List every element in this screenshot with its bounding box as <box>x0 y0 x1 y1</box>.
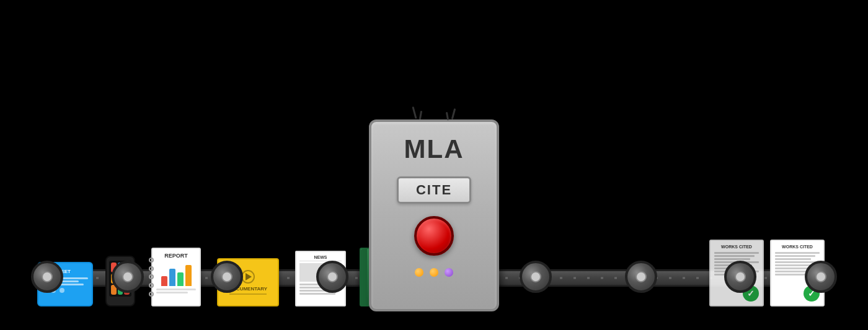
documentary-line <box>229 293 267 295</box>
wc-line-1 <box>714 252 759 254</box>
book-spine <box>361 249 367 305</box>
wheel-right-1 <box>805 261 837 293</box>
light-orange-2 <box>430 268 438 277</box>
wheel-right-2 <box>724 261 756 293</box>
documentary-play-button <box>241 270 255 284</box>
mla-label: MLA <box>404 134 464 164</box>
cite-button-label: CITE <box>416 182 452 198</box>
wc2-line-2 <box>775 255 815 257</box>
report-line-1 <box>156 289 196 290</box>
bar-1 <box>161 276 167 286</box>
spiral-binding <box>149 254 154 300</box>
wc-line-3 <box>714 258 750 260</box>
spark-top-right-2 <box>446 112 449 120</box>
spiral-ring-3 <box>149 274 154 279</box>
mla-machine: MLA CITE <box>369 119 499 311</box>
light-purple <box>445 268 453 277</box>
report-lines <box>156 289 196 293</box>
bar-3 <box>177 272 184 286</box>
wheel-left-4 <box>316 261 348 293</box>
works-cited-1-title: WORKS CITED <box>714 245 759 249</box>
spiral-ring-1 <box>149 258 154 263</box>
wheel-left-3 <box>211 261 243 293</box>
spiral-ring-4 <box>149 283 154 288</box>
wheel-right-4 <box>520 261 552 293</box>
report-title: REPORT <box>156 253 196 259</box>
wc2-line-5 <box>775 264 813 266</box>
wc2-line-6 <box>775 267 808 269</box>
play-triangle-icon <box>246 273 252 280</box>
bar-2 <box>169 269 175 286</box>
cite-button[interactable]: CITE <box>397 176 471 204</box>
works-cited-2-title: WORKS CITED <box>775 245 820 249</box>
scene: 🐦 TWEET <box>0 0 868 330</box>
report-chart <box>156 261 196 286</box>
news-line-4 <box>299 293 335 295</box>
spiral-ring-2 <box>149 266 154 271</box>
wc-line-2 <box>714 255 755 257</box>
report-line-2 <box>156 292 188 293</box>
bar-4 <box>185 265 192 286</box>
wheel-right-3 <box>625 261 657 293</box>
spark-top-right-1 <box>451 108 456 119</box>
wc2-line-1 <box>775 252 820 254</box>
spark-top-left-2 <box>419 111 422 119</box>
light-orange-1 <box>415 268 423 277</box>
indicator-lights <box>415 268 453 277</box>
wheel-left-1 <box>31 261 63 293</box>
report-item: REPORT <box>151 248 201 306</box>
spiral-ring-5 <box>149 292 154 297</box>
wheel-left-2 <box>112 261 144 293</box>
spark-top-left-1 <box>412 106 417 119</box>
wc2-line-3 <box>775 258 811 260</box>
red-button[interactable] <box>414 216 454 256</box>
tweet-icon-like <box>60 288 64 293</box>
